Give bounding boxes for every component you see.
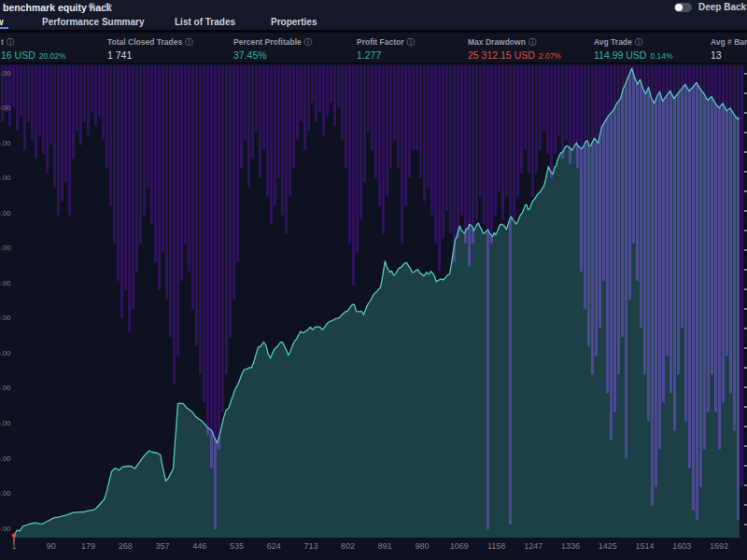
info-icon[interactable]: ⓘ — [185, 38, 192, 47]
x-tick-label: 446 — [184, 541, 216, 551]
x-tick-label: 713 — [295, 541, 327, 551]
x-tick-label: 1247 — [517, 541, 549, 551]
x-tick-label: 535 — [220, 541, 252, 551]
equity-drawdown-chart[interactable] — [0, 0, 747, 560]
stats-bar: tⓘ 16 USD20.02% Total Closed Tradesⓘ 1 7… — [0, 33, 747, 63]
deep-backtesting-toggle[interactable] — [674, 3, 692, 12]
x-tick-label: 357 — [147, 541, 178, 551]
stat-max-drawdown: Max Drawdownⓘ 25 312.15 USD2.07% — [468, 37, 561, 61]
tab-performance-summary[interactable]: Performance Summary — [42, 17, 145, 27]
info-icon[interactable]: ⓘ — [304, 38, 312, 47]
deep-backtesting-label: Deep Backtesting — [698, 2, 747, 12]
x-tick-label: 179 — [72, 541, 104, 551]
refresh-icon[interactable]: ⟳ — [105, 1, 112, 11]
strategy-titlebar: benchmark equity hack ⚙ ⟳ Deep Backtesti… — [0, 0, 747, 15]
x-tick-label: 1425 — [592, 541, 624, 551]
x-axis[interactable]: 1901792683574465356247138028919801069115… — [0, 539, 747, 560]
tab-properties[interactable]: Properties — [271, 17, 317, 27]
info-icon[interactable]: ⓘ — [529, 38, 536, 47]
settings-icon[interactable]: ⚙ — [88, 1, 96, 11]
info-icon[interactable]: ⓘ — [635, 38, 642, 47]
x-tick-label: 802 — [332, 541, 364, 551]
x-tick-label: 980 — [406, 541, 438, 551]
x-tick-label: 90 — [35, 541, 67, 551]
x-tick-label: 624 — [258, 541, 289, 551]
x-tick-label: 1158 — [481, 541, 513, 551]
x-tick-label: 1692 — [703, 541, 735, 551]
active-tab-underline — [0, 27, 8, 29]
stat-net-profit: tⓘ 16 USD20.02% — [1, 37, 66, 61]
x-tick-label: 1069 — [444, 541, 475, 551]
stat-total-closed-trades: Total Closed Tradesⓘ 1 741 — [107, 37, 192, 61]
info-icon[interactable]: ⓘ — [7, 38, 14, 47]
stat-profit-factor: Profit Factorⓘ 1.277 — [357, 37, 415, 61]
stat-avg-trade: Avg Tradeⓘ 114.99 USD0.14% — [594, 37, 673, 61]
toggle-knob — [675, 4, 683, 11]
x-tick-label: 1336 — [555, 541, 586, 551]
tab-list-of-trades[interactable]: List of Trades — [175, 17, 235, 27]
info-icon[interactable]: ⓘ — [407, 38, 415, 47]
x-tick-label: 1514 — [629, 541, 661, 551]
stat-percent-profitable: Percent Profitableⓘ 37.45% — [233, 37, 312, 61]
right-price-scale[interactable] — [741, 65, 747, 539]
x-tick-label: 268 — [109, 541, 141, 551]
x-tick-label: 1603 — [666, 541, 698, 551]
report-tabs: Overview Performance Summary List of Tra… — [0, 15, 747, 30]
stat-avg-bars-in-trades: Avg # Bars in Tradesⓘ 13 — [711, 37, 747, 61]
x-tick-label: 891 — [369, 541, 401, 551]
x-tick-label: 1 — [0, 541, 30, 551]
